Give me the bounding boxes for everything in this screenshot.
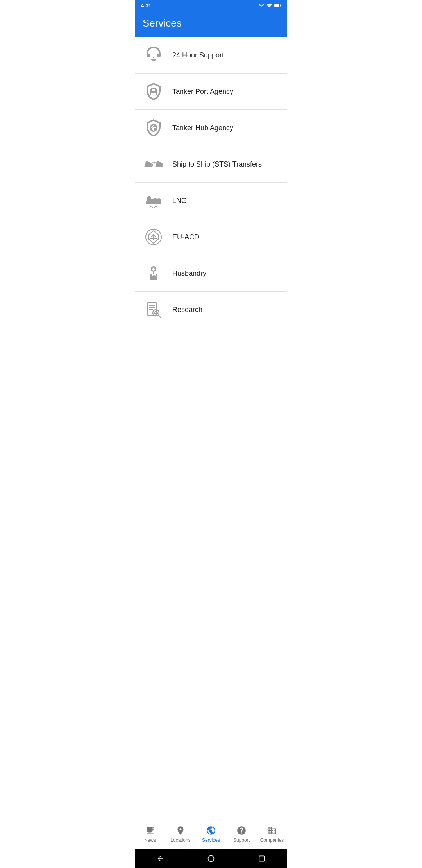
service-item-tanker-hub-agency[interactable]: Tanker Hub Agency bbox=[135, 110, 287, 146]
headset-icon bbox=[143, 44, 165, 66]
svg-rect-23 bbox=[155, 313, 156, 314]
service-label-research: Research bbox=[172, 306, 202, 314]
service-label-lng: LNG bbox=[172, 197, 187, 205]
nav-item-locations[interactable]: Locations bbox=[165, 823, 196, 845]
svg-rect-25 bbox=[157, 313, 158, 314]
svg-rect-11 bbox=[148, 196, 150, 198]
service-label-tanker-port-agency: Tanker Port Agency bbox=[172, 88, 233, 96]
husbandry-icon bbox=[143, 262, 165, 284]
svg-rect-5 bbox=[146, 161, 148, 163]
service-label-24-hour-support: 24 Hour Support bbox=[172, 51, 224, 59]
service-item-husbandry[interactable]: Husbandry bbox=[135, 255, 287, 292]
recents-button[interactable] bbox=[257, 854, 266, 863]
svg-rect-2 bbox=[274, 4, 279, 7]
lng-ship-icon bbox=[143, 190, 165, 212]
nav-item-news[interactable]: News bbox=[135, 823, 165, 845]
globe-shield-icon bbox=[143, 117, 165, 139]
service-item-sts-transfers[interactable]: Ship to Ship (STS) Transfers bbox=[135, 146, 287, 183]
service-label-sts-transfers: Ship to Ship (STS) Transfers bbox=[172, 160, 262, 169]
service-label-husbandry: Husbandry bbox=[172, 269, 206, 278]
service-item-24-hour-support[interactable]: 24 Hour Support bbox=[135, 37, 287, 74]
page-header: Services bbox=[135, 11, 287, 37]
nav-label-support: Support bbox=[233, 838, 250, 843]
bottom-navigation: News Locations Services Support bbox=[135, 820, 287, 849]
service-item-research[interactable]: Research bbox=[135, 292, 287, 328]
service-label-tanker-hub-agency: Tanker Hub Agency bbox=[172, 124, 233, 132]
page-title: Services bbox=[143, 17, 279, 29]
nav-label-news: News bbox=[144, 838, 156, 843]
compass-icon bbox=[175, 825, 186, 836]
home-button[interactable] bbox=[206, 854, 216, 863]
globe-icon bbox=[206, 825, 216, 836]
system-navigation-bar bbox=[135, 849, 287, 868]
back-button[interactable] bbox=[156, 854, 165, 863]
svg-line-26 bbox=[158, 315, 161, 317]
status-time: 4:31 bbox=[141, 3, 151, 9]
status-icons bbox=[258, 2, 281, 9]
eu-acd-icon bbox=[143, 226, 165, 248]
support-icon bbox=[236, 825, 247, 836]
nav-label-locations: Locations bbox=[170, 838, 190, 843]
svg-rect-8 bbox=[157, 161, 159, 163]
sts-icon bbox=[143, 153, 165, 175]
tanker-shield-icon bbox=[143, 81, 165, 102]
service-item-lng[interactable]: LNG bbox=[135, 183, 287, 219]
nav-item-services[interactable]: Services bbox=[196, 823, 226, 845]
service-item-tanker-port-agency[interactable]: Tanker Port Agency bbox=[135, 74, 287, 110]
nav-label-services: Services bbox=[202, 838, 220, 843]
service-item-eu-acd[interactable]: EU-ACD bbox=[135, 219, 287, 255]
svg-point-13 bbox=[157, 198, 161, 201]
svg-point-27 bbox=[208, 856, 214, 862]
nav-label-companies: Companies bbox=[260, 838, 284, 843]
svg-rect-28 bbox=[259, 856, 264, 861]
news-icon bbox=[145, 825, 156, 836]
research-icon bbox=[143, 299, 165, 321]
svg-point-12 bbox=[153, 198, 157, 202]
svg-rect-24 bbox=[156, 312, 157, 314]
nav-item-support[interactable]: Support bbox=[226, 823, 257, 845]
nav-item-companies[interactable]: Companies bbox=[257, 823, 287, 845]
service-list: 24 Hour Support Tanker Port Agency Tanke… bbox=[135, 37, 287, 820]
status-bar: 4:31 bbox=[135, 0, 287, 11]
service-label-eu-acd: EU-ACD bbox=[172, 233, 199, 241]
svg-rect-6 bbox=[156, 163, 163, 166]
svg-rect-3 bbox=[145, 163, 152, 166]
svg-rect-1 bbox=[280, 5, 281, 7]
companies-icon bbox=[266, 825, 277, 836]
